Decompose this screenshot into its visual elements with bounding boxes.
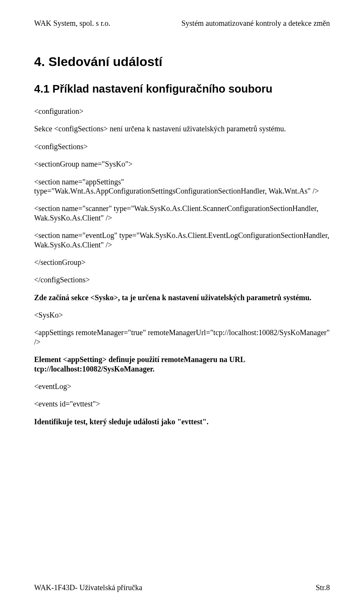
code-line: <section name="appSettings" type="Wak.Wn… [34,177,330,196]
text-fragment: Sekce [34,124,54,133]
page-footer: WAK-1F43D- Uživatelská příručka Str.8 [34,583,330,592]
code-line: </configSections> [34,275,330,284]
body-text-bold: Identifikuje test, který sleduje událost… [34,417,330,426]
code-line: </sectionGroup> [34,258,330,267]
code-line: <SysKo> [34,310,330,320]
page-header: WAK System, spol. s r.o. Systém automati… [34,19,330,28]
footer-left: WAK-1F43D- Uživatelská příručka [34,583,142,592]
body-text-bold: Zde začíná sekce <Sysko>, ta je určena k… [34,293,330,302]
heading-1: 4. Sledování událostí [34,54,330,69]
header-left: WAK System, spol. s r.o. [34,19,110,28]
heading-2: 4.1 Příklad nastavení konfiguračního sou… [34,83,330,95]
code-line: <configuration> [34,107,330,116]
code-line: <section name="eventLog" type="Wak.SysKo… [34,231,330,249]
code-line: <events id="evttest"> [34,399,330,408]
text-fragment: , ta je určena k nastavení uživatelských… [118,293,311,302]
code-line: <configSections> [34,142,330,151]
footer-right: Str.8 [316,583,330,592]
code-line: <eventLog> [34,382,330,391]
header-right: Systém automatizované kontroly a detekce… [181,19,330,28]
text-fragment: <Sysko> [90,293,118,302]
text-fragment: není určena k nastavení uživatelských pa… [108,124,286,133]
code-line: <section name="scanner" type="Wak.SysKo.… [34,204,330,222]
body-text-bold: Element <appSetting> definuje použití re… [34,355,330,373]
code-line: <appSettings remoteManager="true" remote… [34,328,330,346]
text-fragment: <configSections> [54,124,108,133]
code-line: <sectionGroup name="SysKo"> [34,159,330,168]
body-text: Sekce <configSections> není určena k nas… [34,124,330,133]
text-fragment: Zde začíná sekce [34,293,90,302]
